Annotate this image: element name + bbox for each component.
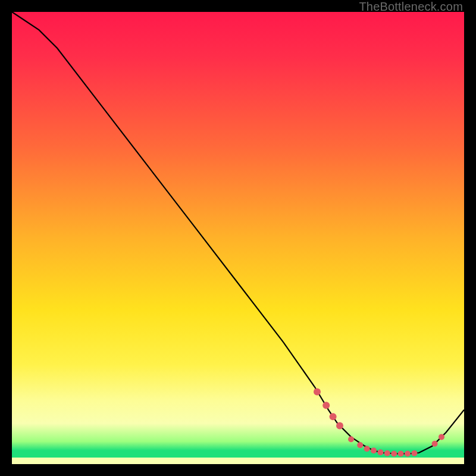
marker-dot <box>398 451 404 457</box>
marker-dot <box>364 446 370 452</box>
marker-dot <box>330 413 337 420</box>
marker-dot <box>432 441 438 447</box>
marker-dot <box>411 450 417 456</box>
curve-markers <box>314 388 444 456</box>
marker-dot <box>322 402 330 409</box>
marker-dot <box>348 436 354 442</box>
curve-svg <box>12 12 464 464</box>
marker-dot <box>384 450 390 456</box>
marker-dot <box>439 434 444 440</box>
marker-dot <box>391 451 397 457</box>
marker-dot <box>405 451 411 457</box>
marker-dot <box>371 447 377 453</box>
bottleneck-curve <box>12 12 464 454</box>
marker-dot <box>314 388 321 395</box>
marker-dot <box>377 449 383 455</box>
marker-dot <box>336 422 343 429</box>
marker-dot <box>357 442 363 448</box>
chart-frame: TheBottleneck.com <box>0 0 476 476</box>
plot-area <box>12 12 464 464</box>
